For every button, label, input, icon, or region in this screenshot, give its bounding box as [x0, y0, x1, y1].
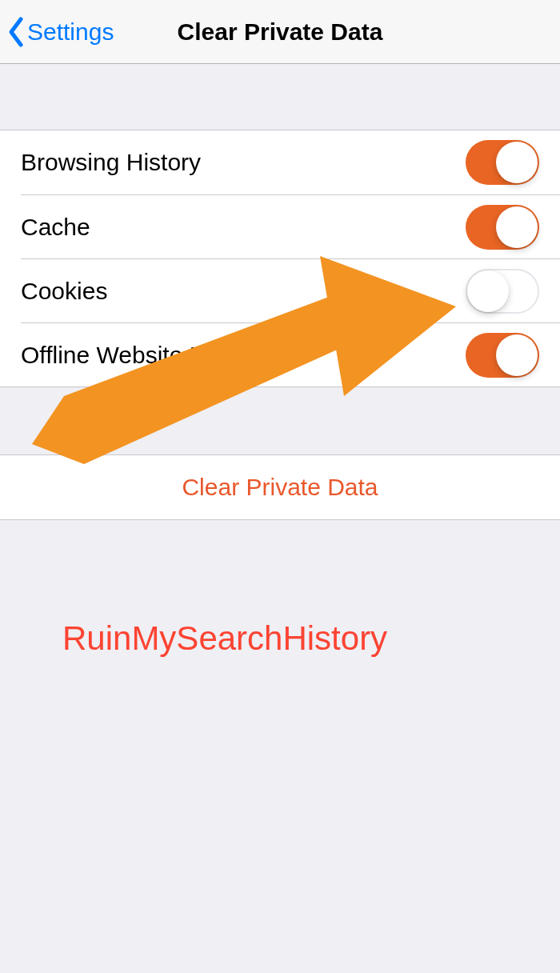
toggle-list: Browsing History Cache Cookies Offline W… [0, 130, 560, 387]
row-cookies: Cookies [21, 258, 560, 322]
page-title: Clear Private Data [178, 18, 383, 46]
row-label: Cookies [21, 278, 466, 305]
row-cache: Cache [21, 194, 560, 258]
row-offline-website-data: Offline Website Data [21, 322, 560, 386]
row-browsing-history: Browsing History [0, 130, 560, 194]
row-label: Offline Website Data [21, 342, 466, 369]
toggle-cookies[interactable] [466, 269, 539, 314]
section-spacer [0, 387, 560, 454]
back-button[interactable]: Settings [6, 16, 114, 48]
row-label: Cache [21, 214, 466, 241]
row-label: Browsing History [21, 149, 466, 176]
toggle-browsing-history[interactable] [466, 140, 539, 185]
toggle-cache[interactable] [466, 205, 539, 250]
chevron-left-icon [6, 16, 26, 48]
clear-private-data-button[interactable]: Clear Private Data [0, 454, 560, 520]
toggle-offline-website-data[interactable] [466, 333, 539, 378]
watermark-text: RuinMySearchHistory [62, 619, 387, 658]
section-spacer [0, 64, 560, 130]
action-label: Clear Private Data [182, 474, 378, 501]
back-label: Settings [27, 18, 114, 46]
navigation-bar: Settings Clear Private Data [0, 0, 560, 64]
